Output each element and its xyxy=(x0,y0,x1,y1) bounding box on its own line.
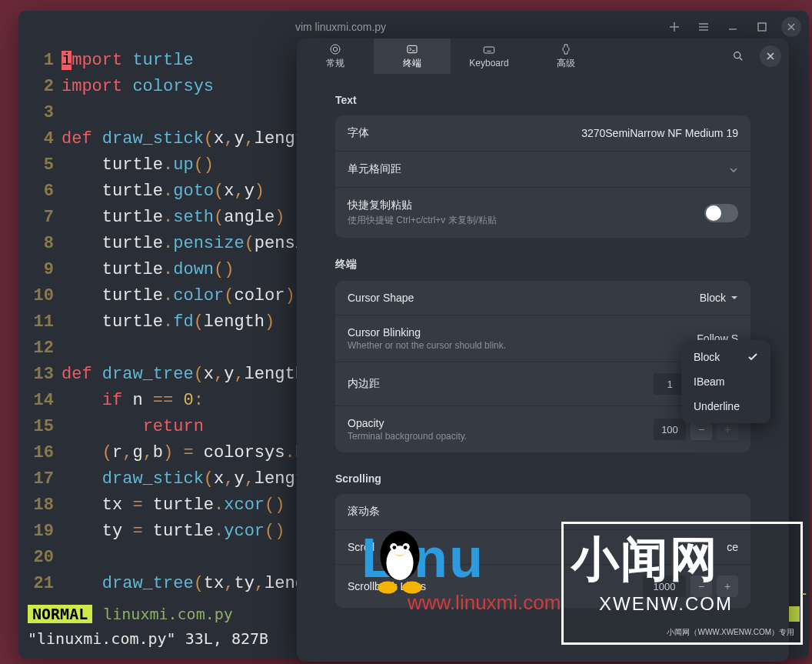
code-content: ty = turtle.ycor() xyxy=(62,519,285,545)
tab-advanced[interactable]: 高级 xyxy=(527,38,604,74)
check-icon xyxy=(747,352,758,362)
line-number: 1 xyxy=(18,48,62,74)
code-content: draw_stick(x,y,length xyxy=(62,466,315,492)
line-number: 17 xyxy=(18,466,62,492)
line-number: 16 xyxy=(18,440,62,466)
tab-keyboard-label: Keyboard xyxy=(469,58,508,68)
line-number: 15 xyxy=(18,414,62,440)
cell-spacing-row[interactable]: 单元格间距 xyxy=(335,152,750,188)
code-content: turtle.pensize(pensiz xyxy=(62,231,315,257)
copy-paste-row[interactable]: 快捷复制粘贴 使用快捷键 Ctrl+c/ctrl+v 来复制/粘贴 xyxy=(335,188,750,238)
section-text-title: Text xyxy=(335,94,750,106)
tab-general-label: 常规 xyxy=(326,57,344,70)
tab-keyboard[interactable]: Keyboard xyxy=(451,38,527,74)
code-content: def draw_tree(x,y,length, xyxy=(62,362,315,388)
code-content: import colorsys xyxy=(62,74,214,100)
line-number: 11 xyxy=(18,309,62,335)
vim-file-stats: "linuxmi.com.py" 33L, 827B xyxy=(28,629,268,648)
svg-point-5 xyxy=(386,546,413,580)
cursor-shape-value: Block xyxy=(700,292,726,304)
svg-rect-0 xyxy=(758,23,766,31)
svg-rect-2 xyxy=(484,47,494,53)
font-row[interactable]: 字体 3270SemiNarrow NF Medium 19 xyxy=(335,115,750,152)
window-title: vim linuxmi.com.py xyxy=(26,21,655,33)
code-content: turtle.down() xyxy=(62,257,234,283)
tux-icon xyxy=(369,523,431,600)
section-scrolling-title: Scrolling xyxy=(335,472,750,485)
tab-general[interactable]: 常规 xyxy=(297,38,374,74)
new-tab-button[interactable] xyxy=(664,17,684,37)
code-content: def draw_stick(x,y,length xyxy=(62,126,315,152)
vim-mode-badge: NORMAL xyxy=(28,605,92,623)
line-number: 10 xyxy=(18,283,62,309)
svg-point-9 xyxy=(404,546,408,549)
font-value: 3270SemiNarrow NF Medium 19 xyxy=(581,127,738,139)
svg-point-11 xyxy=(402,582,422,594)
code-content: return xyxy=(62,414,204,440)
line-number: 7 xyxy=(18,205,62,231)
code-content: turtle.fd(length) xyxy=(62,309,275,335)
maximize-button[interactable] xyxy=(752,17,772,37)
cursor-shape-menu: Block IBeam Underline xyxy=(681,340,770,423)
tab-terminal[interactable]: 终端 xyxy=(374,38,451,74)
menu-item-ibeam[interactable]: IBeam xyxy=(686,369,766,394)
line-number: 18 xyxy=(18,492,62,519)
svg-point-8 xyxy=(392,546,396,549)
code-content: draw_tree(tx,ty,length xyxy=(62,571,325,597)
code-content: turtle.goto(x,y) xyxy=(62,179,265,205)
chevron-down-icon xyxy=(729,165,738,174)
menu-item-underline[interactable]: Underline xyxy=(686,394,766,419)
svg-point-10 xyxy=(378,582,398,594)
line-number: 9 xyxy=(18,257,62,283)
line-number: 12 xyxy=(18,335,62,362)
line-number: 4 xyxy=(18,126,62,152)
menu-item-block[interactable]: Block xyxy=(686,345,766,369)
opacity-value[interactable]: 100 xyxy=(654,419,686,440)
settings-tabs: 常规 终端 Keyboard 高级 xyxy=(297,38,789,74)
line-number: 2 xyxy=(18,74,62,100)
close-window-button[interactable] xyxy=(781,17,801,37)
line-number: 3 xyxy=(18,100,62,126)
search-button[interactable] xyxy=(724,38,752,74)
caret-down-icon xyxy=(730,294,738,302)
watermark-title: 小闻网 xyxy=(571,527,719,592)
line-number: 19 xyxy=(18,519,62,545)
line-number: 14 xyxy=(18,388,62,414)
svg-rect-1 xyxy=(408,45,417,52)
cursor-shape-row[interactable]: Cursor Shape Block xyxy=(335,281,750,315)
code-content: import turtle xyxy=(62,48,194,74)
line-number: 21 xyxy=(18,571,62,597)
vim-position-marker: - xyxy=(799,583,809,602)
tab-terminal-label: 终端 xyxy=(403,57,421,70)
code-content: turtle.seth(angle) xyxy=(62,205,285,231)
code-content: turtle.color(color) xyxy=(62,283,295,309)
line-number: 6 xyxy=(18,179,62,205)
copy-paste-toggle[interactable] xyxy=(704,204,738,222)
line-number: 8 xyxy=(18,231,62,257)
code-content: if n == 0: xyxy=(62,388,204,414)
section-terminal-title: 终端 xyxy=(335,258,750,272)
watermark-url: XWENW.COM xyxy=(599,593,733,615)
vim-filename: linuxmi.com.py xyxy=(103,605,233,623)
code-content: (r,g,b) = colorsys.hs xyxy=(62,440,315,466)
line-number: 13 xyxy=(18,362,62,388)
minimize-button[interactable] xyxy=(723,17,743,37)
menu-button[interactable] xyxy=(694,17,714,37)
code-content: turtle.up() xyxy=(62,152,214,179)
line-number: 5 xyxy=(18,152,62,179)
code-content: tx = turtle.xcor() xyxy=(62,492,285,519)
line-number: 20 xyxy=(18,545,62,571)
svg-point-3 xyxy=(734,52,740,58)
close-settings-button[interactable] xyxy=(760,45,781,67)
tab-advanced-label: 高级 xyxy=(557,57,575,70)
watermark-box: 小闻网 XWENW.COM 小闻网（WWW.XWENW.COM）专用 xyxy=(561,522,803,645)
watermark-note: 小闻网（WWW.XWENW.COM）专用 xyxy=(667,627,794,638)
